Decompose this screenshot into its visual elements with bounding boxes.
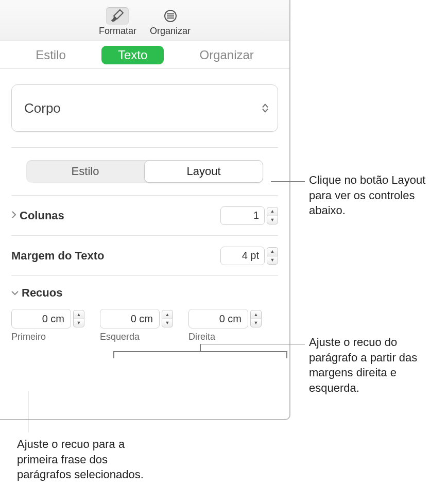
chevron-updown-icon: [262, 104, 268, 113]
tab-organizar[interactable]: Organizar: [195, 46, 257, 64]
text-margin-input[interactable]: [220, 247, 265, 265]
indent-first-stepper[interactable]: ▲ ▼: [73, 310, 84, 327]
chevron-right-icon[interactable]: [11, 211, 16, 220]
text-margin-step-up[interactable]: ▲: [267, 247, 278, 256]
paragraph-style-select[interactable]: Corpo: [11, 84, 278, 132]
indent-right-label: Direita: [188, 332, 262, 342]
indent-right: ▲ ▼ Direita: [188, 309, 262, 342]
chevron-down-icon[interactable]: [11, 289, 19, 297]
brush-icon: [106, 7, 129, 25]
style-layout-segmented: Estilo Layout: [26, 160, 263, 183]
indent-first-label: Primeiro: [11, 332, 84, 342]
tab-estilo[interactable]: Estilo: [31, 46, 70, 64]
columns-label: Colunas: [20, 209, 64, 222]
callout-lead-first: [28, 391, 28, 432]
inspector-toolbar: Formatar Organizar: [0, 0, 289, 41]
indent-first: ▲ ▼ Primeiro: [11, 309, 84, 342]
indent-left: ▲ ▼ Esquerda: [100, 309, 173, 342]
callout-first: Ajuste o recuo para a primeira frase dos…: [17, 437, 161, 482]
callout-lr: Ajuste o recuo do parágrafo a partir das…: [309, 335, 445, 396]
columns-step-down[interactable]: ▼: [267, 216, 278, 224]
subtabs: Estilo Texto Organizar: [0, 41, 289, 69]
columns-row: Colunas ▲ ▼: [11, 195, 278, 235]
indent-left-up[interactable]: ▲: [162, 310, 173, 319]
format-button[interactable]: Formatar: [99, 7, 136, 37]
callout-lead-lr: [200, 344, 305, 344]
segment-estilo[interactable]: Estilo: [26, 160, 144, 183]
text-margin-step-down[interactable]: ▼: [267, 256, 278, 265]
text-margin-label: Margem do Texto: [11, 249, 105, 263]
columns-input[interactable]: [220, 206, 265, 225]
columns-step-up[interactable]: ▲: [267, 207, 278, 216]
text-margin-stepper[interactable]: ▲ ▼: [267, 247, 278, 265]
inspector-panel: Formatar Organizar Estilo Texto Organiza…: [0, 0, 290, 420]
organize-label: Organizar: [150, 26, 191, 37]
indent-left-input[interactable]: [100, 309, 160, 328]
indents-header: Recuos: [11, 275, 278, 300]
text-margin-row: Margem do Texto ▲ ▼: [11, 235, 278, 275]
indent-first-input[interactable]: [11, 309, 71, 328]
organize-button[interactable]: Organizar: [150, 7, 191, 37]
format-label: Formatar: [99, 26, 136, 37]
indents-label: Recuos: [22, 286, 62, 300]
indent-right-input[interactable]: [188, 309, 248, 328]
indent-right-up[interactable]: ▲: [250, 310, 262, 319]
organize-icon: [159, 7, 182, 25]
callout-lead-layout: [271, 181, 305, 182]
indent-first-up[interactable]: ▲: [73, 310, 84, 319]
indent-right-stepper[interactable]: ▲ ▼: [250, 310, 262, 327]
segment-layout[interactable]: Layout: [144, 160, 263, 183]
indent-left-label: Esquerda: [100, 332, 173, 342]
callout-layout: Clique no botão Layout para ver os contr…: [309, 172, 443, 218]
paragraph-style-value: Corpo: [24, 100, 61, 116]
columns-stepper[interactable]: ▲ ▼: [267, 207, 278, 224]
indents-fields: ▲ ▼ Primeiro ▲ ▼ Esquerda: [11, 309, 278, 342]
indent-left-down[interactable]: ▼: [162, 319, 173, 327]
indent-right-down[interactable]: ▼: [250, 319, 262, 327]
tab-texto[interactable]: Texto: [101, 46, 164, 64]
indent-left-stepper[interactable]: ▲ ▼: [162, 310, 173, 327]
indent-first-down[interactable]: ▼: [73, 319, 84, 327]
